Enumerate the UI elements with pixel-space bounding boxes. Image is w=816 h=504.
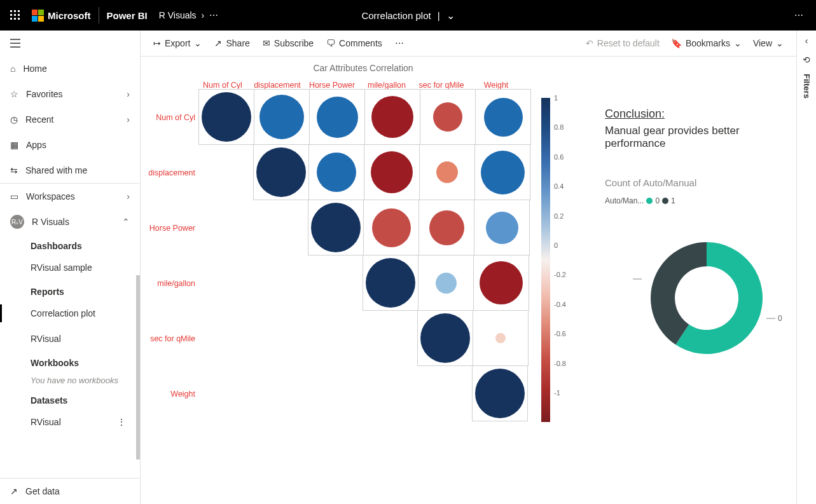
legend-dot-1 — [662, 198, 668, 204]
row-header: mile/gallon — [147, 279, 199, 288]
bookmarks-button[interactable]: 🔖Bookmarks⌄ — [666, 36, 747, 51]
more-icon[interactable]: ⋮ — [117, 417, 126, 427]
corr-cell — [417, 310, 473, 366]
bookmark-icon: 🔖 — [671, 38, 682, 48]
report-canvas[interactable]: Car Attributes Correlation Num of Cyldis… — [141, 57, 796, 504]
legend-text: 0 — [655, 196, 660, 205]
tick-label: -1 — [554, 389, 566, 418]
chevron-right-icon: › — [127, 89, 130, 99]
app-launcher-icon[interactable] — [5, 5, 25, 25]
nav-recent[interactable]: ◷Recent› — [0, 107, 140, 132]
filters-pane-collapsed: ‹ ⟲ Filters — [796, 31, 816, 504]
reset-button: ↶Reset to default — [581, 36, 665, 51]
corr-cell — [474, 200, 530, 255]
nav-shared[interactable]: ⇆Shared with me — [0, 158, 140, 183]
export-button[interactable]: ↦Export⌄ — [148, 36, 207, 51]
item-label: RVisual sample — [31, 262, 92, 273]
section-dashboards: Dashboards — [0, 235, 140, 255]
svg-rect-7 — [14, 18, 16, 20]
comments-button[interactable]: 🗨Comments — [321, 36, 387, 51]
corr-cell — [418, 367, 473, 421]
chevron-down-icon: ⌄ — [776, 38, 784, 48]
slice-label-0: 0 — [778, 314, 782, 323]
dash-item[interactable]: RVisual sample — [0, 255, 140, 280]
row-header: sec for qMile — [147, 334, 199, 343]
corr-circle — [317, 97, 358, 138]
nav-get-data[interactable]: ↗Get data — [0, 478, 140, 504]
apps-icon: ▦ — [10, 140, 18, 150]
section-datasets: Datasets — [0, 389, 140, 409]
hamburger-icon[interactable] — [0, 31, 140, 56]
corr-circle — [475, 369, 525, 418]
correlation-visual[interactable]: Car Attributes Correlation Num of Cyldis… — [147, 63, 579, 421]
chevron-right-icon: › — [127, 114, 130, 125]
nav-current-workspace[interactable]: RᵥVR Visuals⌃ — [0, 209, 140, 235]
corr-cell — [254, 89, 310, 145]
tick-label: 0.8 — [554, 123, 566, 153]
nav-home[interactable]: ⌂Home — [0, 56, 140, 81]
corr-cell — [420, 89, 476, 145]
breadcrumb[interactable]: R Visuals › ⋯ — [159, 10, 219, 20]
corr-cell — [253, 144, 309, 200]
report-title-area[interactable]: Correlaction plot | ⌄ — [361, 10, 454, 22]
more-button[interactable]: ⋯ — [390, 36, 409, 51]
corr-cell — [198, 89, 254, 145]
nav-workspaces[interactable]: ▭Workspaces› — [0, 184, 140, 209]
corr-circle — [484, 98, 523, 137]
divider — [99, 7, 99, 24]
conclusion-text-visual[interactable]: Conclusion: Manual gear provides better … — [605, 107, 783, 150]
col-header: Weight — [469, 81, 523, 90]
gradient-bar — [541, 98, 550, 422]
pin-icon[interactable]: ⟲ — [803, 55, 810, 65]
corr-cell — [254, 256, 308, 311]
view-button[interactable]: View⌄ — [748, 36, 789, 51]
col-header: mile/gallon — [359, 81, 414, 90]
nav-favorites[interactable]: ☆Favorites› — [0, 81, 140, 107]
corr-cell — [473, 255, 529, 311]
nav-label: Recent — [25, 114, 119, 125]
filters-tab[interactable]: Filters — [802, 74, 812, 99]
report-item-selected[interactable]: Correlaction plot — [0, 301, 140, 326]
tick-label: -0.6 — [554, 330, 566, 359]
collapse-icon[interactable]: ‹ — [805, 36, 808, 46]
subscribe-button[interactable]: ✉Subscribe — [258, 36, 319, 51]
col-header: Horse Power — [305, 81, 359, 90]
chevron-down-icon: ⌄ — [194, 38, 202, 48]
corr-cell — [254, 311, 308, 366]
microsoft-icon — [32, 10, 44, 22]
corr-cell — [418, 255, 474, 311]
chevron-up-icon: ⌃ — [122, 217, 130, 227]
corr-circle — [311, 203, 361, 252]
corr-circle — [372, 208, 411, 247]
people-icon: ⇆ — [10, 165, 18, 175]
share-button[interactable]: ↗Share — [209, 36, 254, 51]
nav-apps[interactable]: ▦Apps — [0, 132, 140, 158]
cmd-label: Comments — [339, 38, 382, 48]
report-item[interactable]: RVisual — [0, 326, 140, 351]
breadcrumb-workspace[interactable]: R Visuals — [159, 10, 197, 20]
corr-cell — [308, 367, 363, 421]
cmd-label: View — [753, 38, 772, 48]
legend-dot-0 — [646, 198, 653, 204]
legend-label: Auto/Man... — [605, 196, 644, 205]
tick-label: 1 — [554, 94, 566, 123]
more-options-icon[interactable]: ⋯ — [794, 10, 811, 20]
corr-circle — [433, 102, 462, 132]
donut-chart-visual[interactable]: 0 1 — [630, 222, 796, 374]
tick-label: -0.8 — [554, 360, 566, 389]
slice-label-1: 1 — [630, 275, 631, 283]
nav-scrollbar[interactable] — [136, 275, 140, 460]
tick-label: 0.2 — [554, 212, 566, 242]
dataset-item[interactable]: RVisual⋮ — [0, 409, 140, 435]
corr-cell — [363, 200, 419, 255]
svg-rect-2 — [18, 10, 20, 12]
star-icon: ☆ — [10, 89, 18, 99]
pie-title: Count of Auto/Manual — [605, 177, 696, 188]
more-icon[interactable]: ⋯ — [209, 10, 218, 20]
chart-title: Car Attributes Correlation — [147, 63, 579, 73]
report-title: Correlaction plot — [361, 10, 431, 21]
svg-rect-0 — [10, 10, 12, 12]
corr-circle — [317, 153, 356, 192]
chevron-down-icon[interactable]: ⌄ — [446, 10, 455, 22]
corr-cell — [254, 367, 308, 421]
